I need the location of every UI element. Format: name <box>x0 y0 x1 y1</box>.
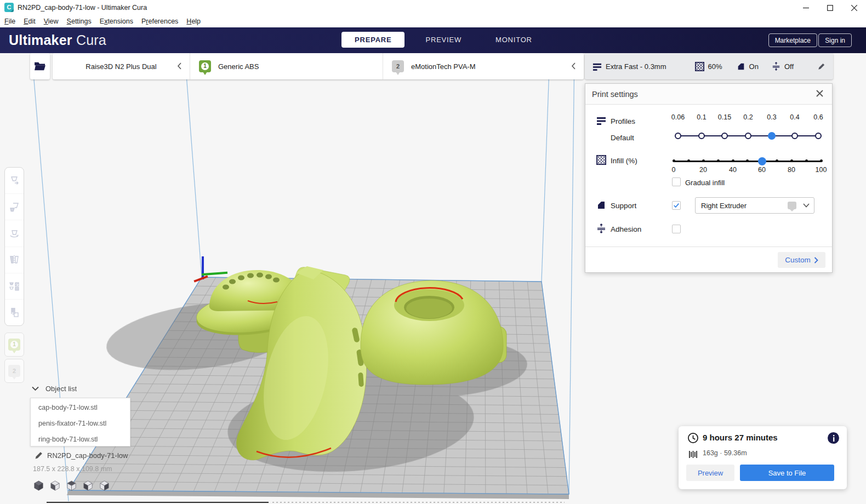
close-icon <box>816 90 823 97</box>
signin-button[interactable]: Sign in <box>818 33 852 47</box>
tick-0.2: 0.2 <box>737 113 760 121</box>
object-list-item[interactable]: cap-body-71-low.stl <box>31 400 130 416</box>
menu-extensions[interactable]: Extensions <box>100 18 133 25</box>
scale-0: 0 <box>664 166 683 174</box>
extruder2-badge-icon: 2 <box>392 60 404 72</box>
marketplace-button[interactable]: Marketplace <box>768 33 817 47</box>
summary-profile-text: Extra Fast - 0.3mm <box>606 62 666 71</box>
scale-20: 20 <box>693 166 713 174</box>
printer-name: Raise3D N2 Plus Dual <box>86 62 156 71</box>
adhesion-checkbox[interactable] <box>672 225 681 233</box>
open-file-button[interactable] <box>30 53 50 79</box>
layer-profile-icon <box>596 116 606 125</box>
profile-stop-0.15[interactable] <box>721 133 728 139</box>
close-button[interactable] <box>842 0 866 15</box>
support-blocker-button[interactable] <box>5 300 24 325</box>
window-title: RN2PD_cap-body-71-low - Ultimaker Cura <box>18 4 147 12</box>
infill-label: Infill (%) <box>611 157 637 165</box>
adhesion-label: Adhesion <box>611 225 641 233</box>
extruder1-number: 1 <box>201 62 209 70</box>
maximize-icon <box>827 5 833 11</box>
scale-tool-button[interactable] <box>5 194 24 220</box>
gradual-infill-checkbox[interactable] <box>672 177 681 186</box>
tab-preview[interactable]: PREVIEW <box>412 32 475 48</box>
edit-pencil-icon[interactable] <box>817 62 825 71</box>
view-top-icon[interactable] <box>66 480 77 491</box>
chevron-down-icon <box>803 203 810 208</box>
infill-slider-handle[interactable] <box>758 157 766 165</box>
print-settings-summary[interactable]: Extra Fast - 0.3mm 60% On Off <box>585 53 833 79</box>
filament-usage-icon <box>688 450 698 459</box>
tick-0.15: 0.15 <box>713 113 736 121</box>
extruder1-number: 1 <box>10 341 18 348</box>
profile-name-label: Default <box>611 134 634 142</box>
extruder2-select-button[interactable]: 2 <box>4 359 24 383</box>
rotate-tool-button[interactable] <box>5 220 24 247</box>
extruder1-select-button[interactable]: 1 <box>4 333 24 357</box>
tick-0.3: 0.3 <box>760 113 783 121</box>
extruder2-material-selector[interactable]: 2 eMotionTech PVA-M <box>383 53 584 79</box>
profile-stop-0.06[interactable] <box>675 133 681 139</box>
save-to-file-button[interactable]: Save to File <box>740 465 834 481</box>
titlebar: C RN2PD_cap-body-71-low - Ultimaker Cura <box>0 0 866 15</box>
printer-selector[interactable]: Raise3D N2 Plus Dual <box>53 53 190 79</box>
move-tool-button[interactable] <box>5 168 24 194</box>
preview-button[interactable]: Preview <box>686 465 734 481</box>
menu-help[interactable]: Help <box>186 18 201 25</box>
view-left-icon[interactable] <box>82 480 94 491</box>
scale-100: 100 <box>811 166 831 174</box>
profile-stop-0.1[interactable] <box>698 133 705 139</box>
extruder1-material-selector[interactable]: 1 Generic ABS <box>190 53 383 79</box>
menu-settings[interactable]: Settings <box>67 18 92 25</box>
summary-adhesion: Off <box>772 62 794 71</box>
mirror-tool-button[interactable] <box>5 247 24 273</box>
cura-app-icon: C <box>4 3 14 12</box>
view-3d-icon[interactable] <box>33 480 44 491</box>
summary-adhesion-text: Off <box>784 62 794 71</box>
rename-pencil-icon[interactable] <box>34 451 43 460</box>
menu-view[interactable]: View <box>44 18 59 25</box>
panel-close-button[interactable] <box>814 88 825 101</box>
job-name[interactable]: RN2PD_cap-body-71-low <box>47 451 128 460</box>
info-button[interactable] <box>828 432 839 444</box>
model-dimensions: 187.5 x 228.8 x 109.8 mm <box>33 465 112 473</box>
support-blocker-icon <box>8 306 20 318</box>
chevron-right-icon <box>814 257 818 264</box>
adhesion-icon <box>596 224 606 233</box>
maximize-button[interactable] <box>818 0 842 15</box>
tab-monitor[interactable]: MONITOR <box>482 32 545 48</box>
support-icon <box>596 200 606 210</box>
extruder2-badge-icon: 2 <box>8 365 20 377</box>
per-model-settings-button[interactable] <box>5 273 24 300</box>
tab-prepare[interactable]: PREPARE <box>341 32 404 48</box>
panel-header: Print settings <box>585 84 832 105</box>
menu-preferences[interactable]: Preferences <box>141 18 178 25</box>
object-list-header[interactable]: Object list <box>32 385 77 393</box>
scale-80: 80 <box>782 166 801 174</box>
menu-edit[interactable]: Edit <box>24 18 36 25</box>
chevron-down-icon <box>32 386 39 391</box>
view-right-icon[interactable] <box>99 480 110 491</box>
move-tool-icon <box>8 175 20 187</box>
menu-file[interactable]: File <box>4 18 15 25</box>
material-swatch-icon <box>788 202 796 209</box>
custom-settings-button[interactable]: Custom <box>778 252 825 268</box>
object-list-item[interactable]: ring-body-71-low.stl <box>31 432 130 448</box>
extruder2-number: 2 <box>396 63 400 70</box>
profile-stop-0.4[interactable] <box>791 133 798 139</box>
profiles-label: Profiles <box>611 117 635 125</box>
view-front-icon[interactable] <box>49 480 61 491</box>
minimize-button[interactable] <box>794 0 818 15</box>
object-list-item[interactable]: penis-fixator-71-low.stl <box>31 416 130 432</box>
extruder2-material: eMotionTech PVA-M <box>411 62 476 71</box>
profile-stop-0.3-selected[interactable] <box>768 132 776 140</box>
profile-stop-0.2[interactable] <box>745 133 751 139</box>
tick-0.6: 0.6 <box>807 113 830 121</box>
support-checkbox[interactable] <box>672 201 681 210</box>
support-extruder-dropdown[interactable]: Right Extruder <box>695 197 814 214</box>
summary-support-text: On <box>749 62 759 71</box>
profile-stop-0.6[interactable] <box>815 133 822 139</box>
extruder1-badge-icon: 1 <box>8 339 20 351</box>
tick-0.1: 0.1 <box>690 113 713 121</box>
tick-0.06: 0.06 <box>666 113 690 121</box>
